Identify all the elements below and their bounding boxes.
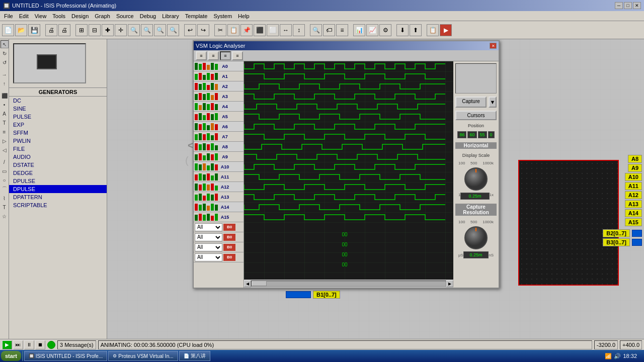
knob1-wrapper[interactable] bbox=[463, 166, 489, 192]
tb-sim2[interactable]: 📈 bbox=[366, 24, 378, 36]
tb-paste[interactable]: 📌 bbox=[240, 24, 253, 36]
menu-edit[interactable]: Edit bbox=[16, 12, 32, 20]
tb-open[interactable]: 📂 bbox=[15, 24, 27, 36]
gen-pwlin[interactable]: PWLIN bbox=[9, 137, 107, 145]
capture-dropdown-arrow[interactable]: ▼ bbox=[489, 97, 497, 108]
menu-template[interactable]: Template bbox=[182, 12, 211, 20]
canvas-area[interactable]: <TEXT> ( A7 B0[0..7] B1[0..7] bbox=[107, 39, 644, 339]
tb-new[interactable]: 📄 bbox=[2, 24, 14, 36]
menu-source[interactable]: Source bbox=[113, 12, 137, 20]
menu-system[interactable]: System bbox=[210, 12, 235, 20]
ch-select-0[interactable]: All bbox=[195, 223, 222, 231]
gen-dstate[interactable]: DSTATE bbox=[9, 161, 107, 169]
menu-design[interactable]: Design bbox=[68, 12, 92, 20]
stop-button[interactable]: ⏹ bbox=[35, 340, 45, 349]
tb-sim1[interactable]: 📊 bbox=[353, 24, 365, 36]
tool-rotate-ccw[interactable]: ↺ bbox=[1, 58, 9, 66]
tb-print2[interactable]: 🖨 bbox=[58, 24, 70, 36]
cursors-button[interactable]: Cursors bbox=[455, 111, 497, 120]
menu-debug[interactable]: Debug bbox=[137, 12, 159, 20]
maximize-button[interactable]: □ bbox=[624, 2, 632, 9]
gen-exp[interactable]: EXP bbox=[9, 121, 107, 129]
tool-arc[interactable]: ⌒ bbox=[1, 185, 9, 193]
tb-zoom-out[interactable]: 🔍 bbox=[141, 24, 153, 36]
minimize-button[interactable]: ─ bbox=[615, 2, 623, 9]
tb-assign[interactable]: ≡ bbox=[336, 24, 348, 36]
tb-export1[interactable]: ⬇ bbox=[396, 24, 409, 36]
tb-grid2[interactable]: ⊟ bbox=[89, 24, 101, 36]
gen-pulse[interactable]: PULSE bbox=[9, 113, 107, 121]
tb-move[interactable]: ↔ bbox=[280, 24, 292, 36]
play-button[interactable]: ▶ bbox=[2, 340, 12, 349]
vsm-tab-1[interactable]: ≡ bbox=[196, 51, 207, 60]
scroll-thumb[interactable] bbox=[252, 281, 267, 286]
tb-block2[interactable]: ⬜ bbox=[267, 24, 279, 36]
tb-search[interactable]: 🔍 bbox=[310, 24, 322, 36]
step-button[interactable]: ⏭ bbox=[13, 340, 23, 349]
tb-sim3[interactable]: ⚙ bbox=[379, 24, 391, 36]
tb-cross[interactable]: ✚ bbox=[102, 24, 114, 36]
gen-audio[interactable]: AUDIO bbox=[9, 153, 107, 161]
tb-export2[interactable]: ⬆ bbox=[410, 24, 422, 36]
gen-dpattern[interactable]: DPATTERN bbox=[9, 193, 107, 201]
menu-tools[interactable]: Tools bbox=[49, 12, 68, 20]
tool-arrow[interactable]: ↖ bbox=[1, 40, 9, 48]
tool-terminal[interactable]: ▷ bbox=[1, 137, 9, 145]
tb-zoom-in[interactable]: 🔍 bbox=[128, 24, 140, 36]
scroll-track[interactable] bbox=[251, 281, 446, 287]
tool-bus[interactable]: ≡ bbox=[1, 128, 9, 136]
menu-help[interactable]: Help bbox=[235, 12, 253, 20]
vsm-tab-3[interactable]: ≡ bbox=[220, 51, 231, 60]
menu-library[interactable]: Library bbox=[159, 12, 182, 20]
tool-circle[interactable]: ○ bbox=[1, 176, 9, 184]
tool-port[interactable]: ◁ bbox=[1, 146, 9, 154]
tb-zoom-fit[interactable]: 🔍 bbox=[154, 24, 166, 36]
tb-netlist[interactable]: 📋 bbox=[427, 24, 439, 36]
gen-sine[interactable]: SINE bbox=[9, 105, 107, 113]
start-button[interactable]: start bbox=[1, 351, 21, 361]
tb-save[interactable]: 💾 bbox=[28, 24, 40, 36]
vsm-tab-4[interactable]: ≡ bbox=[232, 51, 243, 60]
capture-button[interactable]: Capture bbox=[455, 97, 487, 108]
knob2-wrapper[interactable] bbox=[463, 225, 489, 250]
ch-select-3[interactable]: All bbox=[195, 253, 222, 261]
gen-dpulse2[interactable]: DPULSE bbox=[9, 185, 107, 193]
gen-scriptable[interactable]: SCRIPTABLE bbox=[9, 201, 107, 209]
tb-zoom-full[interactable]: 🔍 bbox=[167, 24, 179, 36]
tb-print[interactable]: 🖨 bbox=[45, 24, 57, 36]
gen-file[interactable]: FILE bbox=[9, 145, 107, 153]
tool-component[interactable]: ⬛ bbox=[1, 92, 9, 100]
vsm-tab-2[interactable]: ≡ bbox=[208, 51, 219, 60]
scroll-right-arrow[interactable]: ▶ bbox=[446, 280, 453, 287]
vsm-close-button[interactable]: ✕ bbox=[490, 43, 497, 49]
gen-dedge[interactable]: DEDGE bbox=[9, 169, 107, 177]
tool-rotate-cw[interactable]: ↻ bbox=[1, 49, 9, 57]
tb-copy[interactable]: 📋 bbox=[227, 24, 239, 36]
tb-rotate[interactable]: ↕ bbox=[293, 24, 305, 36]
ch-select-2[interactable]: All bbox=[195, 243, 222, 251]
tb-block[interactable]: ⬛ bbox=[254, 24, 266, 36]
gen-sffm[interactable]: SFFM bbox=[9, 129, 107, 137]
tool-nav-right[interactable]: → bbox=[1, 70, 9, 78]
tb-undo[interactable]: ↩ bbox=[184, 24, 196, 36]
ch-select-1[interactable]: All bbox=[195, 233, 222, 241]
tb-tag[interactable]: 🏷 bbox=[323, 24, 335, 36]
tool-text2[interactable]: T bbox=[1, 203, 9, 211]
tool-text[interactable]: T bbox=[1, 119, 9, 127]
tb-grid[interactable]: ⊞ bbox=[75, 24, 88, 36]
tool-path[interactable]: ⌇ bbox=[1, 194, 9, 202]
gen-dc[interactable]: DC bbox=[9, 97, 107, 105]
tool-symbol[interactable]: ☆ bbox=[1, 212, 9, 220]
pause-button[interactable]: ⏸ bbox=[24, 340, 34, 349]
taskbar-item-isis[interactable]: 🔲 ISIS UNTITLED - ISIS Profe... bbox=[24, 351, 107, 361]
menu-view[interactable]: View bbox=[32, 12, 50, 20]
close-button[interactable]: ✕ bbox=[633, 2, 641, 9]
menu-graph[interactable]: Graph bbox=[92, 12, 113, 20]
gen-dpulse[interactable]: DPULSE bbox=[9, 177, 107, 185]
tb-redo[interactable]: ↪ bbox=[197, 24, 209, 36]
taskbar-item-lecture[interactable]: 📄 第八讲 bbox=[179, 351, 210, 361]
tb-cross2[interactable]: ✛ bbox=[115, 24, 127, 36]
menu-file[interactable]: File bbox=[1, 12, 16, 20]
tool-wire-label[interactable]: A bbox=[1, 110, 9, 118]
tb-cut[interactable]: ✂ bbox=[214, 24, 226, 36]
